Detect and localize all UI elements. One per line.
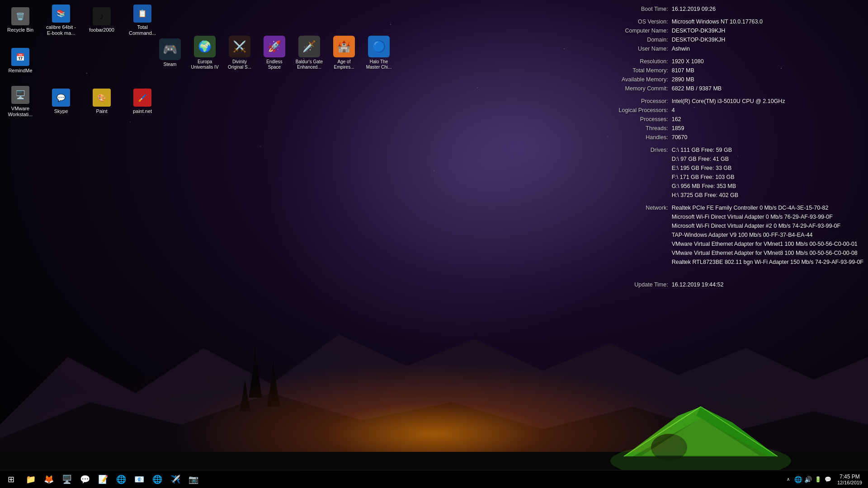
drives-key: Drives:: [591, 145, 668, 200]
skype-label: Skype: [54, 108, 68, 114]
europa-label: Europa Universalis IV: [190, 59, 219, 70]
remind-me-label: RemindMe: [8, 68, 32, 74]
icon-calibre[interactable]: 📚 calibre 64bit - E-book ma...: [43, 2, 79, 38]
total-commander-icon: 📋: [133, 5, 151, 23]
resolution-val: 1920 X 1080: [672, 57, 704, 66]
paintnet-label: paint.net: [133, 108, 152, 114]
baldurs-gate-label: Baldur's Gate Enhanced...: [295, 59, 324, 70]
total-mem-val: 8107 MB: [672, 66, 694, 75]
taskbar-edge[interactable]: 🌐: [112, 470, 130, 488]
foobar-label: foobar2000: [89, 27, 114, 33]
handles-key: Handles:: [591, 133, 668, 142]
computer-key: Computer Name:: [591, 26, 668, 35]
calibre-icon: 📚: [52, 5, 70, 23]
taskbar-photo[interactable]: 📷: [184, 470, 203, 488]
taskbar-browser[interactable]: 🌐: [148, 470, 166, 488]
handles-val: 70670: [672, 133, 688, 142]
taskbar-firefox[interactable]: 🦊: [40, 470, 58, 488]
icon-recycle-bin[interactable]: 🗑️ Recycle Bin: [2, 2, 38, 38]
icon-age-of-empires[interactable]: 🏰 Age of Empires...: [328, 34, 360, 72]
steam-label: Steam: [164, 62, 177, 67]
foobar-icon: ♪: [93, 7, 111, 25]
tray-battery[interactable]: 🔋: [814, 475, 823, 484]
proc-val: Intel(R) Core(TM) i3-5010U CPU @ 2.10GHz: [672, 97, 785, 106]
horizon-glow: [174, 361, 694, 452]
processes-key: Processes:: [591, 115, 668, 124]
mem-commit-val: 6822 MB / 9387 MB: [672, 84, 722, 93]
taskbar: ⊞ 📁 🦊 🖥️ 💬 📝 🌐 📧 🌐 ✈️ 📷 ∧ 🌐 🔊 🔋 💬 7:45 P…: [0, 470, 868, 488]
icon-endless-space[interactable]: 🚀 Endless Space: [258, 34, 291, 72]
avail-mem-val: 2890 MB: [672, 75, 694, 84]
tray-action-center[interactable]: 💬: [824, 475, 833, 484]
threads-val: 1859: [672, 124, 684, 133]
icon-vmware[interactable]: 🖥️ VMware Workstati...: [2, 84, 38, 120]
baldurs-gate-icon: 🗡️: [298, 36, 320, 57]
skype-icon: 💬: [52, 89, 70, 107]
resolution-key: Resolution:: [591, 57, 668, 66]
icon-baldurs-gate[interactable]: 🗡️ Baldur's Gate Enhanced...: [293, 34, 326, 72]
game-icons-row: 🎮 Steam 🌍 Europa Universalis IV ⚔️ Divin…: [154, 34, 395, 72]
drives-val: C:\ 111 GB Free: 59 GBD:\ 97 GB Free: 41…: [672, 145, 738, 200]
taskbar-cmd[interactable]: 🖥️: [58, 470, 76, 488]
halo-label: Halo The Master Chi...: [364, 59, 393, 70]
icon-divinity[interactable]: ⚔️ Divinity Original S...: [223, 34, 256, 72]
paint-icon: 🎨: [93, 89, 111, 107]
update-time-val: 16.12.2019 19:44:52: [672, 280, 724, 289]
computer-val: DESKTOP-DK39KJH: [672, 26, 726, 35]
remind-me-icon: 📅: [11, 48, 29, 66]
proc-key: Processor:: [591, 97, 668, 106]
icon-paint[interactable]: 🎨 Paint: [84, 84, 120, 120]
system-info-panel: Boot Time: 16.12.2019 09:26 OS Version: …: [591, 5, 863, 289]
boot-time-key: Boot Time:: [591, 5, 668, 14]
paint-label: Paint: [96, 108, 107, 114]
update-time-key: Update Time:: [591, 280, 668, 289]
network-val: Realtek PCIe FE Family Controller 0 Mb/s…: [672, 203, 863, 267]
logical-proc-val: 4: [672, 106, 675, 115]
age-of-empires-label: Age of Empires...: [330, 59, 359, 70]
taskbar-word[interactable]: 📝: [94, 470, 112, 488]
age-of-empires-icon: 🏰: [333, 36, 355, 57]
tray-network[interactable]: 🌐: [794, 475, 803, 484]
taskbar-mail[interactable]: 📧: [130, 470, 148, 488]
domain-key: Domain:: [591, 35, 668, 44]
steam-icon: 🎮: [159, 38, 181, 60]
icon-remind-me[interactable]: 📅 RemindMe: [2, 43, 38, 79]
recycle-bin-label: Recycle Bin: [7, 27, 33, 33]
icon-skype[interactable]: 💬 Skype: [43, 84, 79, 120]
icon-total-commander[interactable]: 📋 Total Command...: [124, 2, 160, 38]
icon-halo[interactable]: 🔵 Halo The Master Chi...: [363, 34, 395, 72]
mem-commit-key: Memory Commit:: [591, 84, 668, 93]
paintnet-icon: 🖌️: [133, 89, 151, 107]
clock-area[interactable]: 7:45 PM 12/16/2019: [834, 470, 866, 488]
calibre-label: calibre 64bit - E-book ma...: [45, 24, 77, 36]
icon-steam[interactable]: 🎮 Steam: [154, 34, 186, 72]
icon-foobar[interactable]: ♪ foobar2000: [84, 2, 120, 38]
icon-europa[interactable]: 🌍 Europa Universalis IV: [189, 34, 221, 72]
recycle-bin-icon: 🗑️: [11, 7, 29, 25]
logical-proc-key: Logical Processors:: [591, 106, 668, 115]
show-hidden-icons[interactable]: ∧: [784, 470, 793, 488]
os-val: Microsoft Windows NT 10.0.17763.0: [672, 17, 763, 26]
taskbar-file-explorer[interactable]: 📁: [22, 470, 40, 488]
clock-date: 12/16/2019: [837, 480, 862, 485]
taskbar-right-area: ∧ 🌐 🔊 🔋 💬 7:45 PM 12/16/2019: [784, 470, 868, 488]
taskbar-chat[interactable]: 💬: [76, 470, 94, 488]
taskbar-telegram[interactable]: ✈️: [166, 470, 184, 488]
vmware-icon: 🖥️: [11, 86, 29, 104]
endless-space-label: Endless Space: [260, 59, 289, 70]
user-key: User Name:: [591, 44, 668, 53]
halo-icon: 🔵: [368, 36, 390, 57]
threads-key: Threads:: [591, 124, 668, 133]
europa-icon: 🌍: [194, 36, 216, 57]
divinity-label: Divinity Original S...: [225, 59, 254, 70]
domain-val: DESKTOP-DK39KJH: [672, 35, 726, 44]
start-button[interactable]: ⊞: [0, 470, 22, 488]
user-val: Ashwin: [672, 44, 690, 53]
tray-volume[interactable]: 🔊: [804, 475, 813, 484]
icon-paintnet[interactable]: 🖌️ paint.net: [124, 84, 160, 120]
processes-val: 162: [672, 115, 681, 124]
divinity-icon: ⚔️: [229, 36, 250, 57]
clock-time: 7:45 PM: [840, 474, 860, 480]
avail-mem-key: Available Memory:: [591, 75, 668, 84]
network-key: Network:: [591, 203, 668, 267]
